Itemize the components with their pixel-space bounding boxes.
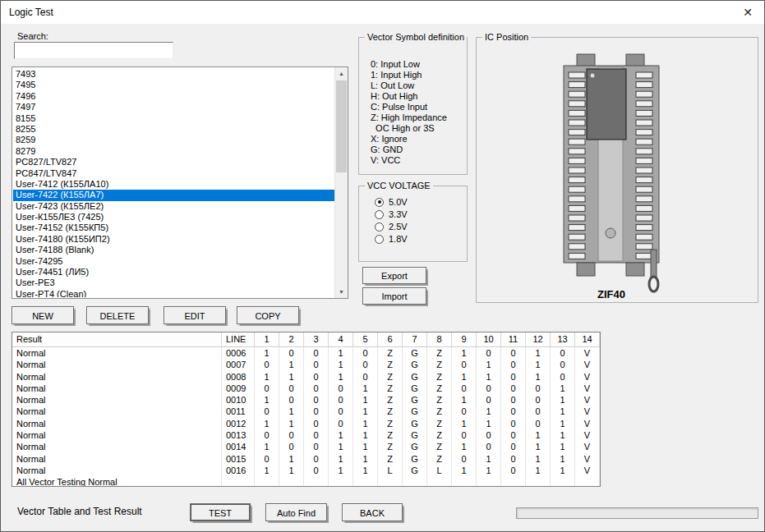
cell-pin-value: 1 <box>526 441 551 452</box>
vcc-option-2.5V[interactable]: 2.5V <box>375 222 408 232</box>
cell-pin-value: 0 <box>304 418 329 429</box>
table-row[interactable]: Normal001611011LGL11011V <box>12 465 600 476</box>
cell-pin-value: 1 <box>353 453 378 465</box>
cell-pin-value: V <box>575 347 600 359</box>
chip-list-item[interactable]: User-74180 (К155ИП2) <box>13 234 334 245</box>
table-header-3[interactable]: 3 <box>304 332 329 346</box>
table-row[interactable]: Normal000900001ZGZ00001V <box>12 383 600 394</box>
table-header-14[interactable]: 14 <box>575 332 600 346</box>
progress-bar <box>516 507 758 519</box>
table-header-result[interactable]: Result <box>12 332 222 346</box>
table-header-11[interactable]: 11 <box>501 332 526 346</box>
table-header-10[interactable]: 10 <box>477 332 501 346</box>
cell-pin-value: 0 <box>551 371 575 383</box>
copy-button[interactable]: COPY <box>237 306 299 324</box>
chip-list-item[interactable]: PC827/LTV827 <box>13 157 334 167</box>
table-row[interactable]: Normal000610010ZGZ10010V <box>12 347 600 359</box>
chip-list-item[interactable]: User-PT4 (Clean) <box>13 289 334 297</box>
import-button[interactable]: Import <box>362 287 426 305</box>
cell-pin-value: 0 <box>304 394 329 406</box>
cell-pin-value: 0 <box>477 383 501 394</box>
chip-list-item[interactable]: User-74451 (ЛИ5) <box>13 267 334 277</box>
table-header-4[interactable]: 4 <box>329 332 353 346</box>
chip-list-item[interactable]: 7495 <box>13 80 334 90</box>
scroll-down-icon[interactable]: ▼ <box>335 286 348 298</box>
chip-list-item[interactable]: User-К155ЛЕ3 (7425) <box>13 212 334 222</box>
edit-button[interactable]: EDIT <box>164 306 226 324</box>
table-header-13[interactable]: 13 <box>551 332 575 346</box>
table-row[interactable]: Normal001211001ZGZ11001V <box>12 418 600 429</box>
cell-pin-value <box>427 476 452 487</box>
table-row[interactable]: Normal001410011ZGZ10011V <box>12 441 600 452</box>
chip-listbox[interactable]: 74937495749674978155825582598279PC827/LT… <box>12 66 348 299</box>
cell-pin-value: 1 <box>477 465 501 476</box>
chip-list-item[interactable]: 8255 <box>13 124 334 135</box>
chip-list-item[interactable]: 8155 <box>13 113 334 124</box>
cell-pin-value: 1 <box>452 465 477 476</box>
cell-pin-value: 0 <box>526 383 551 394</box>
cell-pin-value: Z <box>378 441 403 452</box>
table-header-6[interactable]: 6 <box>378 332 403 346</box>
cell-pin-value: 0 <box>353 371 378 383</box>
table-header-line[interactable]: LINE <box>222 332 255 346</box>
list-scrollbar[interactable]: ▲ ▼ <box>334 67 348 298</box>
cell-pin-value: Z <box>427 347 452 359</box>
chip-list-item[interactable]: User-74295 <box>13 256 334 267</box>
vcc-option-1.8V[interactable]: 1.8V <box>375 234 408 244</box>
cell-pin-value: V <box>575 441 600 452</box>
scrollbar-thumb[interactable] <box>336 80 347 172</box>
table-row[interactable]: Normal001101001ZGZ01001V <box>12 406 600 417</box>
chip-list-item[interactable]: 8259 <box>13 135 334 145</box>
table-header-5[interactable]: 5 <box>353 332 378 346</box>
chip-list-item[interactable]: User-7422 (К155ЛА7) <box>13 190 334 200</box>
vector-symbol-group: Vector Symbol definition 0: Input Low1: … <box>358 37 468 175</box>
chip-list-item[interactable]: PC847/LTV847 <box>13 168 334 179</box>
cell-pin-value: 0 <box>501 347 526 359</box>
table-footer-row[interactable]: All Vector Testing Normal <box>12 476 600 487</box>
chip-list-item[interactable]: 7496 <box>13 91 334 102</box>
vcc-option-3.3V[interactable]: 3.3V <box>375 209 408 219</box>
table-header-8[interactable]: 8 <box>427 332 452 346</box>
table-row[interactable]: Normal001010001ZGZ10001V <box>12 394 600 406</box>
new-button[interactable]: NEW <box>12 306 74 324</box>
close-icon[interactable]: ✕ <box>738 4 758 21</box>
cell-pin-value: 0 <box>501 359 526 370</box>
cell-pin-value <box>378 476 403 487</box>
chip-list-item[interactable]: User-7412 (К155ЛА10) <box>13 179 334 190</box>
chip-list-item[interactable]: User-74152 (К155КП5) <box>13 222 334 233</box>
chip-list-item[interactable]: 7497 <box>13 102 334 112</box>
scroll-up-icon[interactable]: ▲ <box>335 67 348 80</box>
cell-pin-value: 0 <box>353 347 378 359</box>
cell-pin-value: 1 <box>526 453 551 465</box>
chip-list-item[interactable]: User-PE3 <box>13 277 334 288</box>
table-header-12[interactable]: 12 <box>526 332 551 346</box>
vcc-option-label: 3.3V <box>389 209 408 219</box>
table-row[interactable]: Normal001300011ZGZ00011V <box>12 429 600 441</box>
cell-pin-value: 0 <box>255 406 279 417</box>
auto-find-button[interactable]: Auto Find <box>265 503 327 521</box>
table-row[interactable]: Normal001501011ZGZ01011V <box>12 453 600 465</box>
table-header-7[interactable]: 7 <box>403 332 427 346</box>
table-row[interactable]: Normal000701010ZGZ01010V <box>12 359 600 370</box>
chip-list-item[interactable]: User-7423 (К155ЛЕ2) <box>13 201 334 212</box>
table-row[interactable]: Normal000811010ZGZ11010V <box>12 371 600 383</box>
delete-button[interactable]: DELETE <box>86 306 149 324</box>
search-label: Search: <box>17 31 48 41</box>
table-header-1[interactable]: 1 <box>255 332 279 346</box>
search-input[interactable] <box>14 42 173 59</box>
cell-pin-value: 1 <box>526 465 551 476</box>
vector-table[interactable]: ResultLINE1234567891011121314 Normal0006… <box>12 332 601 487</box>
cell-pin-value: 0 <box>477 347 501 359</box>
cell-pin-value: 0 <box>304 347 329 359</box>
chip-list-item[interactable]: 8279 <box>13 146 334 157</box>
vcc-option-5.0V[interactable]: 5.0V <box>375 197 408 207</box>
chip-list-item[interactable]: User-74188 (Blank) <box>13 245 334 255</box>
chip-list-item[interactable]: 7493 <box>13 69 334 80</box>
cell-pin-value: 1 <box>353 394 378 406</box>
export-button[interactable]: Export <box>362 267 426 284</box>
test-button[interactable]: TEST <box>190 503 251 521</box>
back-button[interactable]: BACK <box>342 503 403 521</box>
table-header-9[interactable]: 9 <box>452 332 477 346</box>
cell-pin-value: 0 <box>477 394 501 406</box>
table-header-2[interactable]: 2 <box>279 332 304 346</box>
